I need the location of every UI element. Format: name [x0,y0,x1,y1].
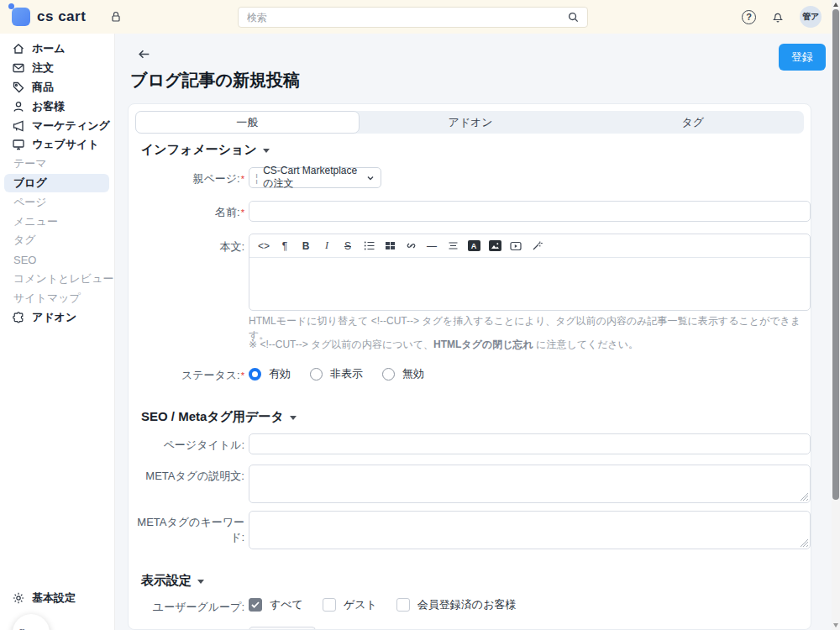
status-label: ステータス:* [129,368,244,383]
orders-icon [12,61,25,75]
paragraph-icon[interactable]: ¶ [276,238,294,255]
tree-level-mark: ¦ [255,172,258,184]
global-search [238,7,588,28]
sidebar-item-customers[interactable]: お客様 [0,97,114,116]
sidebar-item-themes[interactable]: テーマ [0,155,114,174]
tab-general[interactable]: 一般 [135,111,360,134]
sidebar-item-products[interactable]: 商品 [0,78,114,97]
checkbox-label[interactable]: すべて [270,597,303,612]
seo-page-title-input[interactable] [249,433,811,454]
user-avatar[interactable]: 管ア [800,6,822,28]
section-seo-meta[interactable]: SEO / Metaタグ用データ [141,409,297,425]
meta-description-textarea[interactable] [249,465,811,503]
name-label: 名前:* [129,205,244,220]
caret-down-icon [197,580,204,584]
meta-description-label: METAタグの説明文: [129,469,244,484]
usergroup-label: ユーザーグループ: [129,600,244,615]
checkbox-registered[interactable] [396,598,410,612]
body-label: 本文: [129,239,244,255]
sidebar-item-blog[interactable]: ブログ [4,174,109,193]
radio-label[interactable]: 有効 [269,366,291,381]
search-icon[interactable] [567,11,580,24]
name-input[interactable] [249,201,811,222]
horizontal-rule-icon[interactable]: — [423,238,441,255]
checkbox-label[interactable]: ゲスト [344,597,377,612]
radio-status-hidden[interactable] [310,368,323,381]
scroll-up-arrow-icon[interactable] [833,3,838,7]
bullet-list-icon[interactable] [360,238,378,255]
sidebar-item-sitemap[interactable]: サイトマップ [0,288,114,307]
sidebar-item-addons[interactable]: アドオン [0,307,114,327]
caret-down-icon [290,416,297,420]
radio-status-disabled[interactable] [382,368,395,381]
save-button[interactable]: 登録 [779,44,826,71]
strikethrough-icon[interactable]: S [339,238,357,255]
checkbox-guest[interactable] [323,598,336,612]
logo-square-icon [12,8,30,26]
table-icon[interactable] [381,238,399,255]
tab-tags[interactable]: タグ [581,111,804,134]
italic-icon[interactable]: I [318,238,336,255]
link-icon[interactable] [402,238,420,255]
page-title-label: ページタイトル: [129,438,244,453]
sidebar-item-menus[interactable]: メニュー [0,212,114,231]
parent-page-select[interactable]: ¦ CS-Cart Marketplaceの注文 [249,167,381,188]
text-block-icon[interactable]: A [465,238,483,255]
magic-wand-icon[interactable] [528,238,546,255]
vertical-scrollbar[interactable] [832,0,840,630]
customers-icon [12,100,25,113]
rich-text-editor: <> ¶ B I S — A [249,234,811,311]
meta-keywords-label: METAタグのキーワード: [129,515,244,545]
status-options: 有効 非表示 無効 [249,366,436,381]
parent-page-label: 親ページ:* [129,171,244,186]
tab-addons[interactable]: アドオン [360,111,582,134]
bold-icon[interactable]: B [297,238,315,255]
help-icon[interactable]: ? [742,10,756,24]
editor-toolbar: <> ¶ B I S — A [249,234,810,258]
sidebar-item-pages[interactable]: ページ [0,192,114,212]
checkbox-label[interactable]: 会員登録済のお客様 [417,597,517,612]
scroll-down-arrow-icon[interactable] [833,623,838,627]
sidebar-item-seo[interactable]: SEO [0,250,114,270]
addons-puzzle-icon [12,311,25,324]
meta-keywords-textarea[interactable] [249,511,811,549]
caret-down-icon [263,149,270,153]
scrollbar-thumb[interactable] [832,9,839,500]
page-title: ブログ記事の新規投稿 [130,69,300,92]
sidebar-item-orders[interactable]: 注文 [0,59,114,78]
align-icon[interactable] [444,238,462,255]
cs-cart-logo[interactable]: cs cart [12,8,86,26]
chevron-down-icon [366,174,375,182]
sidebar-item-home[interactable]: ホーム [0,39,114,59]
cut-tag-note: ※ <!--CUT--> タグ以前の内容について、HTMLタグの閉じ忘れ に注意… [249,338,638,352]
sidebar: ホーム 注文 商品 お客様 マーケティング ウェブサイト テーマ ブログ ページ… [0,34,115,630]
cs-cart-floating-badge[interactable]: cs cart [13,614,50,630]
sidebar-item-website[interactable]: ウェブサイト [0,135,114,155]
required-asterisk: * [241,370,244,381]
website-monitor-icon [12,138,25,151]
section-information[interactable]: インフォメーション [141,142,270,158]
search-input[interactable] [239,12,567,24]
products-tag-icon [12,81,25,94]
storefront-lock-icon[interactable] [109,10,123,24]
home-icon [12,42,25,55]
form-card: 一般 アドオン タグ インフォメーション 親ページ:* ¦ CS-Cart Ma… [128,103,811,630]
sidebar-item-comments-reviews[interactable]: コメントとレビュー [0,270,114,289]
video-icon[interactable] [507,238,525,255]
checkbox-all[interactable] [249,598,262,612]
notifications-bell-icon[interactable] [771,10,785,24]
code-view-icon[interactable]: <> [255,238,273,255]
radio-status-active[interactable] [249,368,261,381]
section-display-settings[interactable]: 表示設定 [141,573,204,589]
radio-label[interactable]: 無効 [402,366,424,381]
partially-visible-button[interactable] [249,627,316,630]
sidebar-item-marketing[interactable]: マーケティング [0,116,114,135]
usergroup-options: すべて ゲスト 会員登録済のお客様 [249,597,528,612]
image-icon[interactable] [486,238,504,255]
marketing-megaphone-icon [12,119,25,133]
editor-content-area[interactable] [249,258,810,310]
sidebar-item-settings[interactable]: 基本設定 [0,589,114,608]
back-arrow-icon[interactable] [137,47,151,61]
sidebar-item-tags[interactable]: タグ [0,231,114,250]
radio-label[interactable]: 非表示 [330,366,363,381]
